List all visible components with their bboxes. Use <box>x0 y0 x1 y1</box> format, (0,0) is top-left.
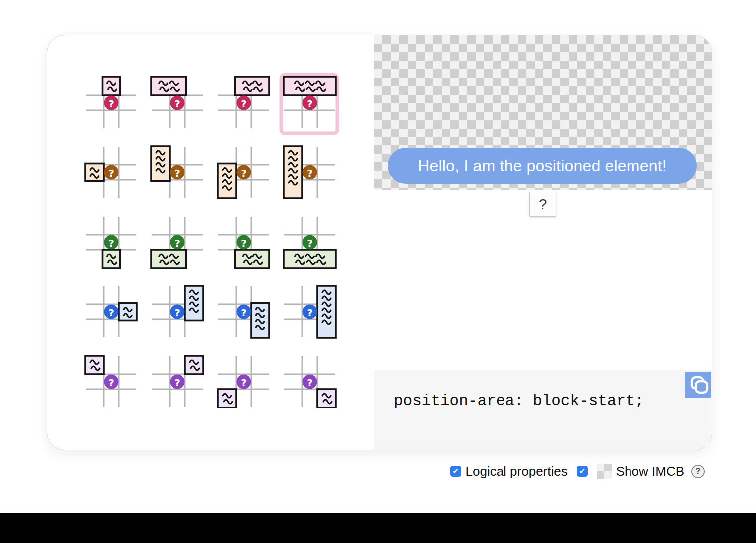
positioned-element-pill: Hello, I am the positioned element! <box>388 148 697 184</box>
anchor-tool-card: ???????????????????? Hello, I am the pos… <box>47 35 712 450</box>
option-inline-start-center[interactable]: ? <box>74 135 148 210</box>
option-block-start-span-end[interactable]: ? <box>206 65 281 140</box>
option-corners-span-start[interactable]: ? <box>140 344 215 419</box>
logical-properties-label[interactable]: Logical properties <box>466 464 568 479</box>
option-inline-start-span-start[interactable]: ? <box>140 135 215 210</box>
svg-text:?: ? <box>307 98 313 110</box>
show-imcb-checkbox[interactable]: ✔ <box>577 466 588 477</box>
anchor-positioning-tool: ???????????????????? Hello, I am the pos… <box>0 0 756 543</box>
option-corners-span-all[interactable]: ? <box>272 344 347 419</box>
svg-text:?: ? <box>241 237 247 249</box>
checkerboard-icon <box>597 464 612 479</box>
svg-text:?: ? <box>108 98 114 110</box>
svg-text:?: ? <box>174 167 180 179</box>
svg-text:?: ? <box>241 98 247 110</box>
option-inline-start-span-all[interactable]: ? <box>272 135 347 210</box>
option-block-end-span-all[interactable]: ? <box>272 205 347 279</box>
code-output-panel: position-area: block-start; <box>374 370 712 450</box>
logical-properties-checkbox[interactable]: ✔ <box>450 466 461 477</box>
option-block-end-span-start[interactable]: ? <box>140 205 215 279</box>
copy-button[interactable] <box>685 372 711 398</box>
svg-text:?: ? <box>174 377 180 389</box>
svg-text:?: ? <box>108 377 114 389</box>
option-corners-span-end[interactable]: ? <box>206 344 281 419</box>
bottom-letterbox <box>0 513 756 543</box>
svg-text:?: ? <box>174 237 180 249</box>
option-inline-end-span-all[interactable]: ? <box>272 274 347 349</box>
svg-text:?: ? <box>174 307 180 319</box>
options-bar: ✔ Logical properties ✔ Show IMCB ? <box>450 464 705 479</box>
option-block-start-span-all[interactable]: ? <box>272 65 347 140</box>
option-inline-end-span-start[interactable]: ? <box>140 274 215 349</box>
svg-text:?: ? <box>241 377 247 389</box>
svg-text:?: ? <box>108 167 114 179</box>
svg-text:?: ? <box>174 98 180 110</box>
option-inline-end-span-end[interactable]: ? <box>206 274 281 349</box>
option-block-end-span-end[interactable]: ? <box>206 205 281 279</box>
help-icon[interactable]: ? <box>691 465 705 478</box>
option-block-end-center[interactable]: ? <box>74 205 148 279</box>
svg-text:?: ? <box>307 167 313 179</box>
svg-text:?: ? <box>307 237 313 249</box>
option-block-start-center[interactable]: ? <box>74 65 148 140</box>
svg-text:?: ? <box>241 167 247 179</box>
copy-icon <box>687 373 709 397</box>
svg-text:?: ? <box>241 307 247 319</box>
svg-text:?: ? <box>108 237 114 249</box>
option-inline-end-center[interactable]: ? <box>74 274 148 349</box>
show-imcb-label[interactable]: Show IMCB <box>616 464 684 479</box>
option-block-start-span-start[interactable]: ? <box>140 65 215 140</box>
option-inline-start-span-end[interactable]: ? <box>206 135 281 210</box>
css-code-text: position-area: block-start; <box>394 392 644 409</box>
svg-text:?: ? <box>108 307 114 319</box>
svg-text:?: ? <box>307 307 313 319</box>
anchor-element-button: ? <box>529 192 556 217</box>
svg-text:?: ? <box>307 377 313 389</box>
option-corners-center[interactable]: ? <box>74 344 148 419</box>
